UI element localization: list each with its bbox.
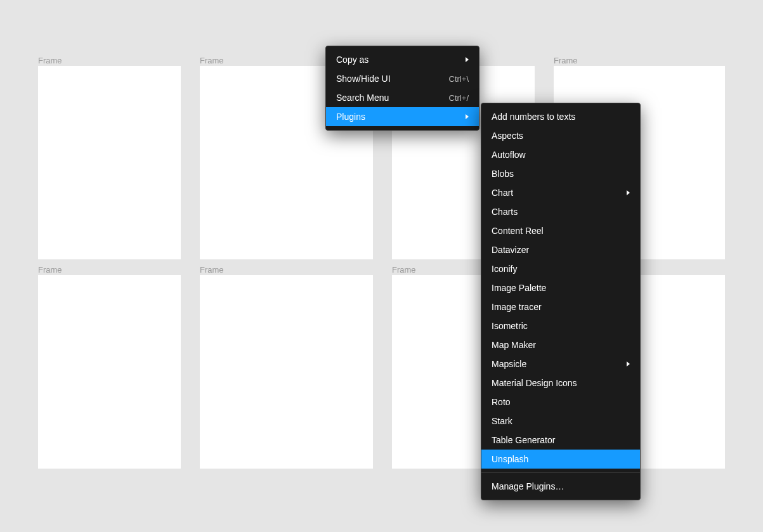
menu-item-label: Autoflow: [492, 150, 526, 160]
menu-item-label: Plugins: [336, 112, 365, 122]
plugin-item-table-generator[interactable]: Table Generator: [481, 431, 640, 450]
plugin-item-iconify[interactable]: Iconify: [481, 259, 640, 278]
menu-separator: [481, 472, 640, 473]
frame-label[interactable]: Frame: [38, 56, 62, 65]
frame-label[interactable]: Frame: [200, 56, 224, 65]
menu-item-label: Image tracer: [492, 302, 542, 312]
menu-item-shortcut: Ctrl+\: [449, 74, 469, 84]
menu-item-label: Isometric: [492, 321, 528, 331]
menu-item-label: Aspects: [492, 131, 523, 141]
menu-item-label: Blobs: [492, 169, 514, 179]
plugin-item-datavizer[interactable]: Datavizer: [481, 240, 640, 259]
context-menu: Copy as Show/Hide UI Ctrl+\ Search Menu …: [325, 46, 479, 131]
plugin-item-content-reel[interactable]: Content Reel: [481, 221, 640, 240]
menu-item-label: Charts: [492, 207, 518, 217]
frame[interactable]: [38, 275, 181, 469]
menu-item-label: Mapsicle: [492, 359, 526, 369]
frame-label[interactable]: Frame: [200, 265, 224, 275]
plugin-item-unsplash[interactable]: Unsplash: [481, 450, 640, 469]
menu-item-label: Stark: [492, 416, 512, 426]
frame-label[interactable]: Frame: [554, 56, 578, 65]
menu-item-label: Copy as: [336, 55, 368, 65]
frame[interactable]: [200, 275, 373, 469]
menu-item-label: Show/Hide UI: [336, 74, 391, 84]
frame[interactable]: [38, 66, 181, 259]
menu-item-label: Unsplash: [492, 454, 528, 464]
menu-item-label: Map Maker: [492, 340, 536, 350]
chevron-right-icon: [627, 361, 630, 367]
plugin-item-image-palette[interactable]: Image Palette: [481, 278, 640, 297]
menu-item-plugins[interactable]: Plugins: [326, 107, 479, 126]
menu-item-shortcut: Ctrl+/: [449, 93, 469, 103]
plugin-item-chart[interactable]: Chart: [481, 183, 640, 202]
plugin-item-autoflow[interactable]: Autoflow: [481, 145, 640, 164]
menu-item-label: Datavizer: [492, 245, 529, 255]
frame-label[interactable]: Frame: [38, 265, 62, 275]
plugin-item-blobs[interactable]: Blobs: [481, 164, 640, 183]
menu-item-label: Material Design Icons: [492, 378, 577, 388]
plugin-item-image-tracer[interactable]: Image tracer: [481, 297, 640, 316]
menu-item-copy-as[interactable]: Copy as: [326, 50, 479, 69]
plugin-item-material-design-icons[interactable]: Material Design Icons: [481, 373, 640, 393]
menu-item-search-menu[interactable]: Search Menu Ctrl+/: [326, 88, 479, 107]
plugin-item-map-maker[interactable]: Map Maker: [481, 335, 640, 354]
chevron-right-icon: [627, 190, 630, 195]
plugin-item-roto[interactable]: Roto: [481, 393, 640, 412]
menu-item-label: Search Menu: [336, 93, 389, 103]
menu-item-label: Iconify: [492, 264, 517, 274]
menu-item-label: Manage Plugins…: [492, 481, 564, 491]
menu-item-label: Table Generator: [492, 435, 555, 445]
plugin-item-manage-plugins[interactable]: Manage Plugins…: [481, 477, 640, 496]
plugin-item-charts[interactable]: Charts: [481, 202, 640, 221]
menu-item-label: Image Palette: [492, 283, 546, 293]
plugin-item-add-numbers-to-texts[interactable]: Add numbers to texts: [481, 107, 640, 126]
menu-item-label: Roto: [492, 397, 511, 407]
plugins-submenu: Add numbers to texts Aspects Autoflow Bl…: [481, 103, 641, 500]
plugin-item-aspects[interactable]: Aspects: [481, 126, 640, 145]
plugin-item-isometric[interactable]: Isometric: [481, 316, 640, 335]
plugin-item-stark[interactable]: Stark: [481, 412, 640, 431]
frame-label[interactable]: Frame: [392, 265, 416, 275]
menu-item-label: Content Reel: [492, 226, 544, 236]
chevron-right-icon: [466, 114, 469, 119]
menu-item-label: Add numbers to texts: [492, 112, 575, 122]
menu-item-label: Chart: [492, 188, 513, 198]
menu-item-show-hide-ui[interactable]: Show/Hide UI Ctrl+\: [326, 69, 479, 88]
chevron-right-icon: [466, 57, 469, 62]
plugin-item-mapsicle[interactable]: Mapsicle: [481, 354, 640, 373]
